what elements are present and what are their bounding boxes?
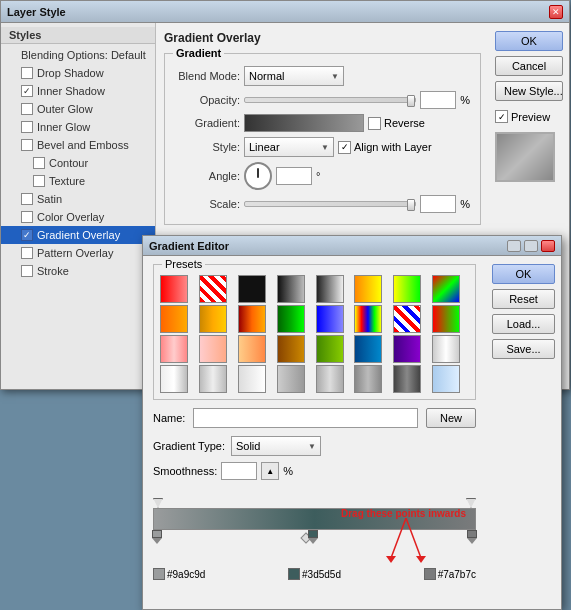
sidebar-item-stroke[interactable]: Stroke <box>1 262 155 280</box>
cancel-button[interactable]: Cancel <box>495 56 563 76</box>
bevel-emboss-checkbox[interactable] <box>21 139 33 151</box>
angle-dial[interactable] <box>244 162 272 190</box>
drop-shadow-checkbox[interactable] <box>21 67 33 79</box>
ge-save-button[interactable]: Save... <box>492 339 555 359</box>
opacity-input[interactable]: 100 <box>420 91 456 109</box>
gradient-preview[interactable] <box>244 114 364 132</box>
blend-mode-dropdown[interactable]: Normal ▼ <box>244 66 344 86</box>
smoothness-input[interactable]: 100 <box>221 462 257 480</box>
scale-slider-thumb[interactable] <box>407 199 415 211</box>
preset-swatch-32[interactable] <box>432 365 460 393</box>
preset-swatch-27[interactable] <box>238 365 266 393</box>
color-overlay-checkbox[interactable] <box>21 211 33 223</box>
preset-swatch-8[interactable] <box>432 275 460 303</box>
ge-maximize-button[interactable] <box>524 240 538 252</box>
sidebar-item-drop-shadow[interactable]: Drop Shadow <box>1 64 155 82</box>
scale-slider-track[interactable] <box>244 201 416 207</box>
color-stop-mid[interactable] <box>308 530 318 544</box>
preset-swatch-5[interactable] <box>316 275 344 303</box>
color-stop-right[interactable] <box>467 530 477 544</box>
preset-swatch-14[interactable] <box>354 305 382 333</box>
sidebar-item-inner-shadow[interactable]: ✓ Inner Shadow <box>1 82 155 100</box>
scale-input[interactable]: 100 <box>420 195 456 213</box>
inner-glow-checkbox[interactable] <box>21 121 33 133</box>
preset-swatch-10[interactable] <box>199 305 227 333</box>
sidebar-item-blending-options[interactable]: Blending Options: Default <box>1 46 155 64</box>
preset-swatch-17[interactable] <box>160 335 188 363</box>
preset-swatch-15[interactable] <box>393 305 421 333</box>
preset-swatch-2[interactable] <box>199 275 227 303</box>
sidebar-item-pattern-overlay[interactable]: Pattern Overlay <box>1 244 155 262</box>
preset-swatch-1[interactable] <box>160 275 188 303</box>
sidebar-item-bevel-emboss[interactable]: Bevel and Emboss <box>1 136 155 154</box>
contour-checkbox[interactable] <box>33 157 45 169</box>
opacity-stop-right[interactable] <box>466 498 476 508</box>
ge-close-button[interactable] <box>541 240 555 252</box>
opacity-stop-left[interactable] <box>153 498 163 508</box>
style-dropdown[interactable]: Linear ▼ <box>244 137 334 157</box>
blend-mode-dropdown-arrow: ▼ <box>331 72 339 81</box>
preset-swatch-26[interactable] <box>199 365 227 393</box>
preset-swatch-25[interactable] <box>160 365 188 393</box>
preset-swatch-7[interactable] <box>393 275 421 303</box>
layer-style-close-button[interactable]: ✕ <box>549 5 563 19</box>
smoothness-stepper[interactable]: ▲ <box>261 462 279 480</box>
angle-input[interactable]: 90 <box>276 167 312 185</box>
sidebar-item-color-overlay[interactable]: Color Overlay <box>1 208 155 226</box>
preset-swatch-13[interactable] <box>316 305 344 333</box>
color-stop-left[interactable] <box>152 530 162 544</box>
name-input[interactable]: Custom <box>193 408 418 428</box>
ge-load-button[interactable]: Load... <box>492 314 555 334</box>
preset-swatch-20[interactable] <box>277 335 305 363</box>
ge-minimize-button[interactable] <box>507 240 521 252</box>
satin-checkbox[interactable] <box>21 193 33 205</box>
preset-swatch-28[interactable] <box>277 365 305 393</box>
preset-swatch-3[interactable] <box>238 275 266 303</box>
inner-shadow-checkbox[interactable]: ✓ <box>21 85 33 97</box>
preset-swatch-11[interactable] <box>238 305 266 333</box>
sidebar-item-inner-glow[interactable]: Inner Glow <box>1 118 155 136</box>
pattern-overlay-checkbox[interactable] <box>21 247 33 259</box>
preset-swatch-19[interactable] <box>238 335 266 363</box>
sidebar-item-contour[interactable]: Contour <box>1 154 155 172</box>
preset-swatch-29[interactable] <box>316 365 344 393</box>
stroke-checkbox[interactable] <box>21 265 33 277</box>
preset-swatch-16[interactable] <box>432 305 460 333</box>
ge-reset-button[interactable]: Reset <box>492 289 555 309</box>
reverse-checkbox-label[interactable]: Reverse <box>368 117 425 130</box>
new-button[interactable]: New <box>426 408 476 428</box>
preset-swatch-30[interactable] <box>354 365 382 393</box>
preset-swatch-12[interactable] <box>277 305 305 333</box>
preset-swatch-6[interactable] <box>354 275 382 303</box>
preset-swatch-23[interactable] <box>393 335 421 363</box>
presets-section: Presets <box>153 264 476 400</box>
preset-swatch-4[interactable] <box>277 275 305 303</box>
align-layer-checkbox[interactable]: ✓ <box>338 141 351 154</box>
preset-swatch-18[interactable] <box>199 335 227 363</box>
sidebar-item-satin[interactable]: Satin <box>1 190 155 208</box>
texture-checkbox[interactable] <box>33 175 45 187</box>
scale-slider-container: 100 % <box>244 195 470 213</box>
sidebar-item-gradient-overlay[interactable]: ✓ Gradient Overlay <box>1 226 155 244</box>
sidebar-item-texture[interactable]: Texture <box>1 172 155 190</box>
preset-swatch-31[interactable] <box>393 365 421 393</box>
name-label: Name: <box>153 412 185 424</box>
align-layer-checkbox-label[interactable]: ✓ Align with Layer <box>338 141 432 154</box>
reverse-checkbox[interactable] <box>368 117 381 130</box>
outer-glow-checkbox[interactable] <box>21 103 33 115</box>
preset-swatch-22[interactable] <box>354 335 382 363</box>
preset-swatch-24[interactable] <box>432 335 460 363</box>
gradient-editor-body: Presets <box>143 256 561 609</box>
gradient-type-dropdown[interactable]: Solid ▼ <box>231 436 321 456</box>
preview-checkbox[interactable]: ✓ <box>495 110 508 123</box>
opacity-slider-track[interactable] <box>244 97 416 103</box>
gradient-editor-right-buttons: OK Reset Load... Save... <box>486 256 561 609</box>
ok-button[interactable]: OK <box>495 31 563 51</box>
preset-swatch-21[interactable] <box>316 335 344 363</box>
new-style-button[interactable]: New Style... <box>495 81 563 101</box>
sidebar-item-outer-glow[interactable]: Outer Glow <box>1 100 155 118</box>
ge-ok-button[interactable]: OK <box>492 264 555 284</box>
opacity-slider-thumb[interactable] <box>407 95 415 107</box>
preset-swatch-9[interactable] <box>160 305 188 333</box>
gradient-overlay-checkbox[interactable]: ✓ <box>21 229 33 241</box>
